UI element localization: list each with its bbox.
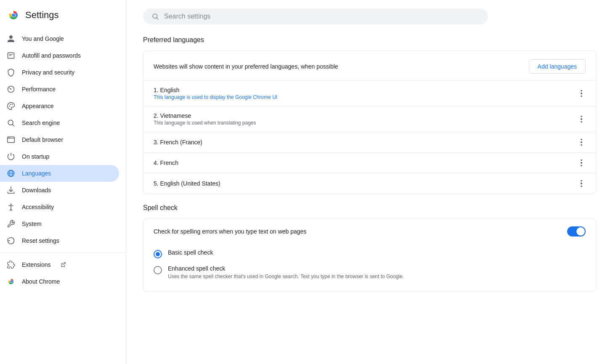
- sidebar-item-autofill[interactable]: Autofill and passwords: [0, 47, 119, 64]
- language-info-english-us: 5. English (United States): [154, 180, 220, 187]
- sidebar-label-performance: Performance: [22, 86, 56, 93]
- sidebar-divider: [0, 252, 126, 253]
- language-name-french: 4. French: [154, 159, 178, 166]
- app-title: Settings: [25, 10, 59, 21]
- spell-check-label: Check for spelling errors when you type …: [154, 228, 306, 235]
- svg-point-11: [8, 137, 9, 138]
- svg-point-8: [12, 104, 13, 105]
- spell-check-enhanced-label: Enhanced spell check: [168, 265, 404, 272]
- svg-point-7: [10, 104, 11, 105]
- spell-check-basic-text: Basic spell check: [168, 249, 213, 256]
- browser-icon: [7, 136, 15, 144]
- language-name-french-france: 3. French (France): [154, 139, 202, 146]
- svg-point-12: [9, 137, 10, 138]
- sidebar-label-default-browser: Default browser: [22, 136, 63, 143]
- search-bar[interactable]: [143, 8, 488, 24]
- download-icon: [7, 186, 15, 194]
- spell-check-enhanced-desc: Uses the same spell checker that's used …: [168, 273, 404, 280]
- language-info-english: 1. English This language is used to disp…: [154, 87, 277, 100]
- spell-check-basic-option[interactable]: Basic spell check: [154, 246, 586, 262]
- sidebar-item-search-engine[interactable]: Search engine: [0, 114, 119, 131]
- sidebar-label-autofill: Autofill and passwords: [22, 52, 81, 59]
- svg-point-17: [10, 281, 12, 283]
- chrome-logo-icon: [7, 8, 20, 22]
- search-input[interactable]: [164, 13, 480, 20]
- sidebar-item-about-chrome[interactable]: About Chrome: [0, 273, 119, 290]
- chrome-about-icon: [7, 277, 15, 286]
- sidebar-item-on-startup[interactable]: On startup: [0, 148, 119, 165]
- svg-point-5: [11, 89, 12, 90]
- add-languages-button[interactable]: Add languages: [529, 59, 586, 74]
- search-bar-icon: [151, 13, 159, 20]
- preferred-languages-description: Websites will show content in your prefe…: [154, 63, 338, 70]
- language-item-english: 1. English This language is used to disp…: [143, 80, 596, 106]
- spell-check-title: Spell check: [143, 204, 596, 212]
- sidebar-item-downloads[interactable]: Downloads: [0, 182, 119, 199]
- spell-check-toggle-row: Check for spelling errors when you type …: [143, 219, 596, 244]
- language-item-french-france: 3. French (France): [143, 132, 596, 152]
- sidebar-item-reset-settings[interactable]: Reset settings: [0, 232, 119, 249]
- shield-icon: [7, 68, 15, 77]
- sidebar-item-extensions[interactable]: Extensions: [0, 256, 119, 273]
- sidebar-item-accessibility[interactable]: Accessibility: [0, 199, 119, 215]
- person-icon: [7, 35, 15, 43]
- sidebar-label-appearance: Appearance: [22, 103, 54, 109]
- wrench-icon: [7, 220, 15, 228]
- svg-point-15: [10, 204, 11, 205]
- sidebar-item-default-browser[interactable]: Default browser: [0, 131, 119, 148]
- language-item-english-us: 5. English (United States): [143, 173, 596, 194]
- extension-icon: [7, 260, 15, 269]
- sidebar: Settings You and Google Autofill and pas…: [0, 0, 126, 364]
- svg-point-2: [12, 13, 15, 17]
- sidebar-label-extensions: Extensions: [22, 261, 50, 268]
- spell-check-enhanced-text: Enhanced spell check Uses the same spell…: [168, 265, 404, 280]
- language-name-vietnamese: 2. Vietnamese: [154, 112, 256, 119]
- sidebar-item-languages[interactable]: Languages: [0, 165, 119, 182]
- language-menu-english[interactable]: [577, 89, 586, 98]
- spell-check-basic-radio[interactable]: [154, 250, 162, 258]
- sidebar-item-you-and-google[interactable]: You and Google: [0, 30, 119, 47]
- power-icon: [7, 152, 15, 161]
- sidebar-label-downloads: Downloads: [22, 187, 51, 194]
- sidebar-item-appearance[interactable]: Appearance: [0, 98, 119, 114]
- main-content: Preferred languages Websites will show c…: [126, 0, 613, 364]
- sidebar-label-on-startup: On startup: [22, 153, 49, 160]
- sidebar-item-system[interactable]: System: [0, 215, 119, 232]
- globe-icon: [7, 169, 15, 178]
- reset-icon: [7, 236, 15, 245]
- search-icon: [7, 119, 15, 127]
- preferred-languages-card: Websites will show content in your prefe…: [143, 50, 596, 194]
- sidebar-label-you-and-google: You and Google: [22, 35, 64, 42]
- language-menu-vietnamese[interactable]: [577, 115, 586, 123]
- language-sub-english: This language is used to display the Goo…: [154, 94, 277, 100]
- language-item-vietnamese: 2. Vietnamese This language is used when…: [143, 106, 596, 132]
- language-menu-french[interactable]: [577, 159, 586, 167]
- language-info-french: 4. French: [154, 159, 178, 166]
- sidebar-item-privacy[interactable]: Privacy and security: [0, 64, 119, 81]
- sidebar-label-languages: Languages: [22, 170, 51, 177]
- sidebar-label-about-chrome: About Chrome: [22, 278, 60, 285]
- external-link-icon: [59, 260, 67, 269]
- language-item-french: 4. French: [143, 152, 596, 173]
- palette-icon: [7, 102, 15, 110]
- spell-check-toggle[interactable]: [567, 226, 586, 236]
- spell-check-enhanced-radio[interactable]: [154, 266, 162, 274]
- sidebar-label-accessibility: Accessibility: [22, 204, 54, 210]
- search-bar-wrap: [143, 8, 596, 24]
- language-info-french-france: 3. French (France): [154, 139, 202, 146]
- spell-check-card: Check for spelling errors when you type …: [143, 218, 596, 292]
- sidebar-label-system: System: [22, 221, 42, 227]
- sidebar-label-privacy: Privacy and security: [22, 69, 74, 76]
- gauge-icon: [7, 85, 15, 93]
- language-menu-french-france[interactable]: [577, 138, 586, 146]
- spell-check-basic-label: Basic spell check: [168, 249, 213, 256]
- svg-point-6: [9, 106, 10, 107]
- language-info-vietnamese: 2. Vietnamese This language is used when…: [154, 112, 256, 126]
- sidebar-label-reset-settings: Reset settings: [22, 237, 59, 244]
- language-sub-vietnamese: This language is used when translating p…: [154, 120, 256, 126]
- app-logo-area: Settings: [0, 3, 126, 30]
- sidebar-item-performance[interactable]: Performance: [0, 81, 119, 98]
- spell-check-enhanced-option[interactable]: Enhanced spell check Uses the same spell…: [154, 262, 586, 284]
- sidebar-label-search-engine: Search engine: [22, 120, 60, 126]
- language-menu-english-us[interactable]: [577, 179, 586, 188]
